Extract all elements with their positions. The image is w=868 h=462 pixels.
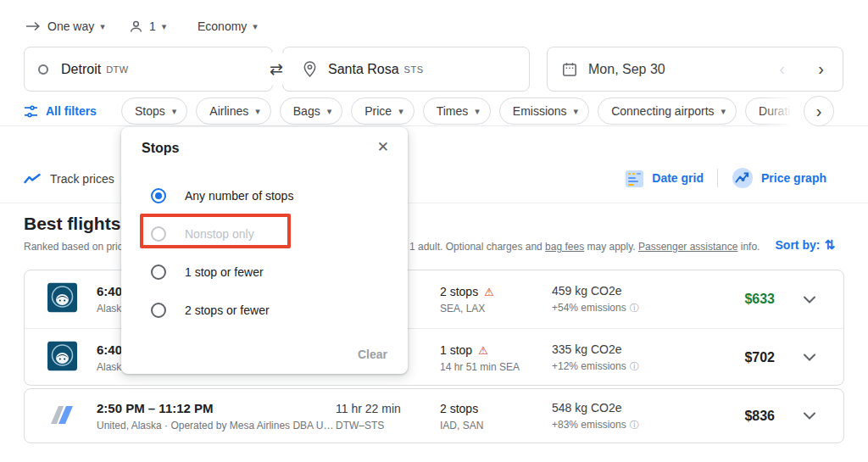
- info-icon: ⓘ: [630, 303, 639, 313]
- next-date-button[interactable]: ›: [818, 47, 824, 91]
- date-grid-button[interactable]: Date grid: [625, 169, 704, 188]
- expand-flight-button[interactable]: [799, 406, 820, 426]
- close-dialog-button[interactable]: ✕: [377, 138, 389, 156]
- filter-chip-connecting-airports[interactable]: Connecting airports▾: [598, 97, 737, 125]
- warning-icon: ⚠: [484, 286, 494, 298]
- cabin-class-select[interactable]: Economy ▾: [198, 15, 258, 37]
- clear-button[interactable]: Clear: [358, 348, 387, 361]
- chip-label: Connecting airports: [611, 104, 714, 118]
- filter-chip-stops[interactable]: Stops▾: [121, 97, 187, 125]
- airline-name: United, Alaska · Operated by Mesa Airlin…: [97, 420, 331, 431]
- alaska-airlines-logo: [47, 283, 77, 316]
- radio-unselected-icon: [151, 303, 166, 318]
- date-field[interactable]: Mon, Sep 30 ‹ ›: [547, 47, 843, 92]
- option-nonstop-only[interactable]: Nonstop only: [121, 214, 408, 253]
- flight-price: $702: [744, 350, 775, 365]
- sort-arrows-icon: ⇅: [824, 237, 835, 253]
- chip-label: Price: [364, 104, 392, 118]
- caret-down-icon: ▾: [162, 22, 167, 31]
- filter-chip-emissions[interactable]: Emissions▾: [499, 97, 589, 125]
- stops-detail: IAD, SAN: [440, 419, 547, 431]
- expand-flight-button[interactable]: [799, 348, 820, 368]
- united-alaska-logos: [47, 404, 78, 429]
- departure-date: Mon, Sep 30: [588, 62, 665, 77]
- swap-icon: ⇄: [270, 59, 283, 79]
- stops-count: 2 stops: [440, 285, 478, 298]
- swap-airports-button[interactable]: ⇄: [259, 52, 293, 86]
- sort-by-button[interactable]: Sort by: ⇅: [776, 237, 835, 253]
- flight-route: DTW–STS: [336, 419, 434, 431]
- flight-price: $836: [744, 409, 775, 424]
- stops-count: 2 stops: [440, 401, 478, 415]
- price-graph-label: Price graph: [761, 171, 826, 185]
- trip-type-label: One way: [47, 19, 94, 33]
- co2-amount: 335 kg CO2e: [552, 342, 704, 356]
- price-trend-icon: [24, 173, 41, 185]
- filter-chip-price[interactable]: Price▾: [351, 97, 414, 125]
- ranked-subtitle: Ranked based on pric: [24, 241, 123, 253]
- previous-date-button[interactable]: ‹: [779, 47, 785, 91]
- destination-city: Santa Rosa: [328, 62, 399, 77]
- track-prices-toggle[interactable]: Track prices: [24, 167, 114, 191]
- close-icon: ✕: [377, 139, 389, 155]
- flight-times: 2:50 PM – 11:12 PM: [97, 401, 331, 415]
- passengers-select[interactable]: 1 ▾: [129, 15, 166, 37]
- caret-down-icon: ▾: [255, 107, 260, 116]
- passenger-assistance-link[interactable]: Passenger assistance: [638, 241, 737, 253]
- all-filters-label: All filters: [46, 104, 97, 118]
- filter-chips-row: Stops▾ Airlines▾ Bags▾ Price▾ Times▾ Emi…: [121, 97, 826, 125]
- calendar-icon: [562, 62, 577, 77]
- stops-detail: 14 hr 51 min SEA: [440, 360, 547, 372]
- caret-down-icon: ▾: [253, 22, 258, 31]
- location-pin-icon: [303, 61, 316, 77]
- bag-fees-link[interactable]: bag fees: [545, 241, 584, 253]
- origin-circle-icon: [38, 64, 48, 75]
- flight-row[interactable]: 2:50 PM – 11:12 PM United, Alaska · Oper…: [25, 389, 843, 443]
- origin-field[interactable]: Detroit DTW: [24, 47, 273, 92]
- subtitle-text: info.: [737, 241, 760, 253]
- chip-label: Airlines: [209, 104, 248, 118]
- flight-list: 2:50 PM – 11:12 PM United, Alaska · Oper…: [24, 388, 844, 443]
- subtitle-text: may apply.: [584, 241, 638, 253]
- caret-down-icon: ▾: [574, 107, 579, 116]
- chevron-left-icon: ‹: [779, 59, 785, 79]
- best-flights-heading: Best flights: [24, 214, 120, 234]
- caret-down-icon: ▾: [721, 107, 726, 116]
- caret-down-icon: ▾: [475, 107, 480, 116]
- expand-flight-button[interactable]: [799, 289, 820, 309]
- stops-options: Any number of stops Nonstop only 1 stop …: [121, 176, 408, 329]
- passenger-count: 1: [149, 19, 156, 33]
- price-graph-icon: [732, 167, 754, 189]
- all-filters-button[interactable]: All filters: [24, 97, 97, 125]
- filter-chip-airlines[interactable]: Airlines▾: [196, 97, 270, 125]
- date-grid-label: Date grid: [652, 171, 704, 185]
- google-flights-page: One way ▾ 1 ▾ Economy ▾ Detroit DTW ⇄ Sa…: [0, 0, 868, 462]
- chip-label: Stops: [135, 104, 165, 118]
- option-1-stop-or-fewer[interactable]: 1 stop or fewer: [121, 253, 408, 291]
- warning-icon: ⚠: [478, 343, 488, 356]
- cabin-class-label: Economy: [198, 19, 247, 33]
- radio-unselected-icon: [151, 264, 166, 280]
- chip-label: Bags: [293, 104, 320, 118]
- chevron-down-icon: [804, 412, 815, 420]
- more-filters-button[interactable]: ›: [804, 96, 834, 126]
- flight-price: $633: [744, 292, 775, 307]
- chevron-down-icon: [804, 353, 815, 361]
- destination-field[interactable]: Santa Rosa STS: [282, 47, 530, 92]
- stops-detail: SEA, LAX: [440, 303, 547, 314]
- option-2-stops-or-fewer[interactable]: 2 stops or fewer: [121, 291, 408, 329]
- person-icon: [129, 19, 143, 34]
- subtitle-text: 1 adult. Optional charges and: [409, 241, 545, 253]
- filter-chip-times[interactable]: Times▾: [423, 97, 491, 125]
- emissions-delta: +12% emissions: [552, 360, 626, 372]
- origin-city: Detroit: [61, 62, 101, 77]
- option-label: 2 stops or fewer: [185, 303, 270, 317]
- trip-type-select[interactable]: One way ▾: [25, 15, 105, 37]
- info-icon: ⓘ: [630, 420, 639, 430]
- caret-down-icon: ▾: [327, 107, 332, 116]
- price-graph-button[interactable]: Price graph: [732, 167, 826, 189]
- track-prices-label: Track prices: [50, 172, 114, 186]
- filter-chip-bags[interactable]: Bags▾: [280, 97, 342, 125]
- option-any-number-of-stops[interactable]: Any number of stops: [121, 176, 408, 214]
- flight-duration: 11 hr 22 min: [336, 401, 434, 415]
